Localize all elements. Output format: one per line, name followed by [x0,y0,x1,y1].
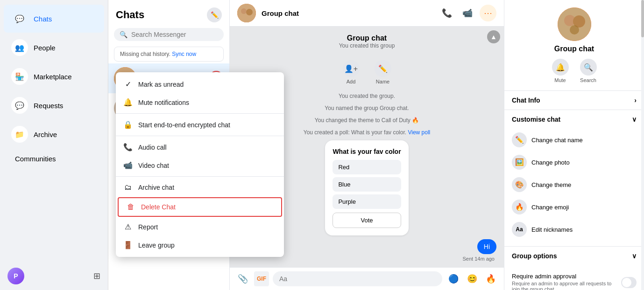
menu-item-mark-unread[interactable]: ✓ Mark as unread [116,75,284,93]
search-box[interactable]: 🔍 [114,28,224,41]
chevron-up-icon: ▲ [490,33,497,41]
poll-option-blue[interactable]: Blue [333,177,401,192]
menu-item-video-chat[interactable]: 📹 Video chat [116,156,284,174]
svg-point-6 [246,9,253,15]
group-options-label: Group options [512,252,557,260]
require-admin-desc: Require an admin to approve all requests… [512,281,621,290]
poll-card: What is your fav color Red Blue Purple V… [325,140,408,235]
phone-call-button[interactable]: 📞 [439,5,455,21]
right-panel-actions: 🔔 Mute 🔍 Search [552,59,597,83]
emoji-icon[interactable]: 😊 [465,271,480,286]
more-options-button[interactable]: ⋯ [480,5,496,21]
pencil-customise-icon: ✏️ [512,132,527,147]
scroll-up-button[interactable]: ▲ [487,30,500,43]
video-call-button[interactable]: 📹 [459,5,476,21]
group-options-content: Require admin approval Require an admin … [504,265,644,290]
view-poll-link[interactable]: View poll [408,129,430,136]
sidebar-item-archive[interactable]: 📁 Archive [4,120,104,148]
menu-label: Mark as unread [138,81,184,88]
menu-item-mute[interactable]: 🔔 Mute notifications [116,93,284,111]
attachment-icon[interactable]: 📎 [235,271,250,286]
nicknames-icon: Aa [512,222,527,237]
sidebar: 💬 Chats 👥 People 🏪 Marketplace 💬 Request… [0,0,108,290]
change-photo-item[interactable]: 🖼️ Change photo [512,151,637,173]
bell-panel-icon: 🔔 [552,59,569,76]
chat-info-header[interactable]: Chat Info › [504,91,644,110]
topbar-avatar-img [237,4,256,22]
sidebar-bottom: P ⊞ [0,262,108,290]
search-label: Search [580,77,596,83]
change-emoji-item[interactable]: 🔥 Change emoji [512,196,637,218]
name-group-button[interactable]: ✏️ Name [375,60,391,84]
require-admin-toggle[interactable] [621,277,637,288]
search-panel-button[interactable]: 🔍 Search [580,59,597,83]
chat-topbar: Group chat 📞 📹 ⋯ [230,0,504,27]
change-chat-name-item[interactable]: ✏️ Change chat name [512,129,637,151]
lock-icon: 🔒 [123,120,133,129]
edit-nicknames-item[interactable]: Aa Edit nicknames [512,218,637,241]
mute-panel-button[interactable]: 🔔 Mute [552,59,569,83]
poll-vote-button[interactable]: Vote [333,213,401,228]
sidebar-item-requests[interactable]: 💬 Requests [4,91,104,119]
chat-group-name: Group chat [237,34,496,42]
sent-label: Sent 14m ago [463,256,497,262]
warning-icon: ⚠ [123,222,133,231]
mute-label: Mute [554,77,566,83]
require-admin-toggle-row: Require admin approval Require an admin … [512,273,637,290]
sidebar-item-label: Requests [34,102,63,110]
add-member-button[interactable]: 👤+ Add [343,60,360,84]
name-label: Name [376,79,389,84]
sidebar-item-chats[interactable]: 💬 Chats [4,5,104,33]
reaction-icon[interactable]: 🔵 [446,271,461,286]
chat-list-title: Chats [116,9,144,21]
chevron-right-icon: › [634,97,637,104]
sync-link[interactable]: Sync now [172,51,196,57]
sync-banner: Missing chat history. Sync now [114,47,224,62]
communities-label: Communities [15,155,56,163]
edit-icon[interactable]: ✏️ [207,7,222,22]
menu-item-delete[interactable]: 🗑 Delete Chat [118,197,282,217]
fire-emoji-icon[interactable]: 🔥 [483,271,498,286]
sync-text: Missing chat history. [120,51,170,57]
bell-icon: 🔔 [123,98,133,107]
menu-item-e2e[interactable]: 🔒 Start end-to-end encrypted chat [116,116,284,134]
search-icon: 🔍 [120,31,127,38]
poll-option-red[interactable]: Red [333,160,401,174]
sidebar-item-marketplace[interactable]: 🏪 Marketplace [4,62,104,90]
right-panel: Group chat 🔔 Mute 🔍 Search Chat Info › C… [504,0,644,290]
chats-icon: 💬 [11,10,28,27]
user-avatar[interactable]: P [7,268,24,284]
check-icon: ✓ [123,80,133,89]
change-theme-item[interactable]: 🎨 Change theme [512,173,637,196]
group-options-header[interactable]: Group options ∨ [504,247,644,265]
video-icon: 📹 [123,161,133,170]
right-panel-group-name: Group chat [554,45,594,53]
change-chat-name-label: Change chat name [531,137,583,144]
poll-option-purple[interactable]: Purple [333,194,401,209]
scrollbar-track[interactable] [641,0,644,290]
customise-chat-header[interactable]: Customise chat ∨ [504,110,644,129]
menu-item-archive[interactable]: 🗂 Archive chat [116,179,284,196]
message-input[interactable] [273,271,442,286]
sidebar-item-communities[interactable]: Communities [4,149,104,168]
sidebar-toggle-icon[interactable]: ⊞ [93,271,100,281]
add-person-icon: 👤+ [343,60,360,77]
menu-label: Video chat [138,162,169,169]
chevron-down-icon: ∨ [632,116,637,123]
pencil-icon: ✏️ [375,60,391,77]
scrollbar-thumb[interactable] [641,0,644,37]
menu-label: Leave group [138,242,175,249]
menu-item-report[interactable]: ⚠ Report [116,218,284,236]
group-avatar-img [558,7,591,41]
menu-item-leave[interactable]: 🚪 Leave group [116,236,284,254]
menu-item-audio-call[interactable]: 📞 Audio call [116,138,284,156]
sidebar-item-people[interactable]: 👥 People [4,34,104,62]
hi-message-bubble: Hi [477,239,496,254]
menu-label: Mute notifications [138,99,189,106]
marketplace-icon: 🏪 [11,68,28,85]
change-emoji-label: Change emoji [531,204,569,211]
search-input[interactable] [131,31,218,38]
topbar-avatar [237,4,256,22]
gif-button[interactable]: GIF [254,271,269,286]
photo-icon: 🖼️ [512,155,527,170]
